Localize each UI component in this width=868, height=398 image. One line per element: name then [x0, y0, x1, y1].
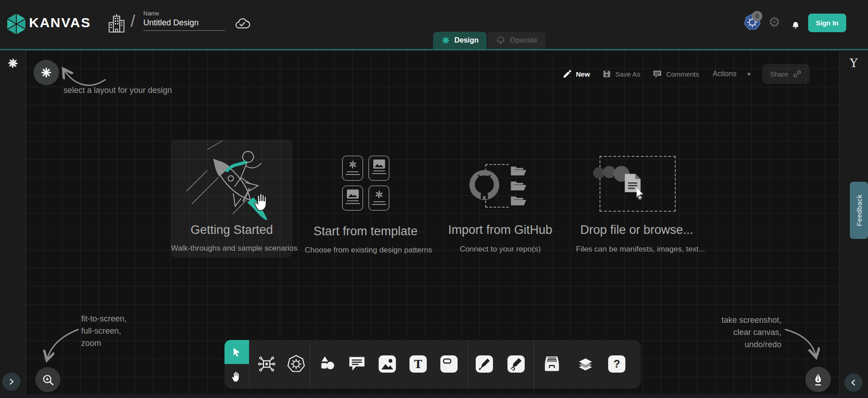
hand-cursor [252, 189, 273, 213]
tool-sticky-note[interactable] [440, 355, 458, 373]
tool-kubernetes[interactable] [286, 354, 306, 376]
collapse-right-panel-button[interactable] [844, 374, 863, 392]
card-start-from-template[interactable] [342, 155, 390, 211]
tab-design[interactable]: Design [433, 32, 487, 49]
design-name-input[interactable] [143, 18, 225, 31]
actions-label: Actions [712, 70, 736, 78]
template-tile-pinwheel [368, 185, 390, 211]
tool-image[interactable] [379, 355, 396, 373]
organization-building-icon[interactable] [107, 13, 126, 34]
kubernetes-helm-icon [286, 354, 306, 374]
template-tile-image [368, 155, 390, 181]
tool-text[interactable]: T [410, 355, 427, 373]
asterisk-flower-icon [40, 67, 52, 78]
feedback-label: Feedback [855, 194, 863, 226]
card-title-getting-started: Getting Started [171, 223, 293, 237]
save-as-button[interactable]: Save As [602, 69, 640, 79]
credits-count-badge: 0 [752, 11, 762, 21]
tool-flow-nodes[interactable] [257, 354, 276, 375]
share-link-icon [793, 69, 802, 78]
expand-left-panel-button[interactable] [2, 373, 20, 391]
left-rail-pinwheel-icon[interactable] [7, 57, 19, 69]
card-title-github: Import from GitHub [439, 223, 561, 237]
select-cursor-icon [230, 346, 243, 359]
card-import-github[interactable] [469, 163, 531, 213]
chevron-right-icon [7, 378, 15, 386]
tool-select[interactable] [224, 340, 249, 364]
mode-tabs: Design Operate [433, 32, 546, 49]
layout-hint-text: select a layout for your design [63, 84, 172, 97]
sticky-note-icon [440, 355, 458, 373]
tool-comment[interactable] [348, 355, 366, 374]
breadcrumb-slash: / [131, 12, 135, 31]
brand-title: KANVAS [29, 15, 91, 30]
hand-tool-icon [230, 369, 243, 383]
tool-help[interactable]: ? [608, 355, 625, 373]
settings-gear-icon[interactable]: ⚙ [768, 15, 780, 29]
design-pinwheel-icon [441, 36, 450, 45]
tools-toolbar: T [224, 340, 641, 388]
layout-picker-button[interactable] [34, 60, 59, 85]
tab-design-label: Design [454, 36, 478, 44]
canvas-actions-toolbar: New Save As Comments Actions ▾ Share [562, 64, 809, 84]
flow-nodes-icon [257, 354, 276, 374]
image-tool-icon [379, 355, 396, 373]
folder-icon [510, 195, 527, 206]
operate-headset-icon [496, 35, 506, 45]
card-subtitle-template: Choose from existing design patterns [305, 246, 426, 255]
actions-dropdown[interactable]: Actions ▾ [712, 70, 751, 78]
pen-nib-icon [812, 372, 824, 387]
card-subtitle-getting-started: Walk-throughs and sample scenarios [171, 244, 293, 253]
cloud-saved-icon [234, 16, 251, 30]
card-drop-file[interactable] [600, 156, 676, 212]
chevron-left-icon [849, 379, 858, 387]
file-plus-cursor-icon [622, 172, 646, 200]
credits-indicator[interactable]: 0 [743, 13, 764, 33]
template-tile-image [342, 185, 363, 211]
floppy-save-icon [602, 69, 612, 79]
image-icon [347, 189, 359, 199]
new-button[interactable]: New [562, 69, 590, 79]
layers-icon [576, 355, 595, 374]
shapes-icon [319, 355, 337, 373]
card-title-drop-file: Drop file or browse... [576, 223, 697, 237]
name-field-label: Name [143, 10, 225, 17]
tab-operate[interactable]: Operate [488, 32, 545, 49]
notifications-bell-icon[interactable] [789, 17, 802, 30]
share-label: Share [770, 70, 788, 78]
yaml-panel-icon[interactable]: Y [850, 56, 858, 70]
sign-in-button[interactable]: Sign In [808, 14, 846, 32]
pen-path-icon [476, 355, 493, 373]
folder-icon [510, 165, 527, 176]
card-getting-started[interactable] [171, 140, 293, 257]
design-name-field: Name [143, 10, 225, 31]
tool-drawer[interactable] [542, 355, 561, 375]
tool-hand[interactable] [224, 364, 249, 388]
comments-icon [652, 69, 663, 79]
comments-label: Comments [666, 70, 699, 78]
tool-shapes[interactable] [319, 355, 337, 375]
zoom-controls-button[interactable] [35, 367, 60, 392]
screenshot-hint-text: take screenshot,clear canvas,undo/redo [694, 314, 781, 351]
zoom-hint-text: fit-to-screen,full-screen,zoom [81, 313, 127, 349]
tab-operate-label: Operate [510, 36, 537, 44]
new-label: New [576, 70, 590, 78]
magnifier-plus-icon [41, 373, 55, 387]
tool-layers[interactable] [576, 355, 595, 375]
screenshot-tools-button[interactable] [805, 367, 831, 392]
tool-pencil-draw[interactable] [507, 355, 525, 373]
pinwheel-icon [374, 189, 384, 199]
help-icon: ? [608, 355, 625, 373]
caret-down-icon: ▾ [747, 70, 751, 78]
comments-button[interactable]: Comments [652, 69, 699, 79]
tool-pen-path[interactable] [476, 355, 493, 373]
drawer-icon [542, 355, 561, 373]
share-button[interactable]: Share [762, 64, 809, 84]
feedback-tab[interactable]: Feedback [850, 182, 868, 239]
pinwheel-icon [348, 160, 358, 170]
folder-icon [510, 180, 527, 191]
github-octocat-icon [469, 170, 499, 200]
kanvas-logo-icon [5, 12, 27, 36]
kanvas-app: KANVAS / Name [0, 0, 868, 398]
bottom-strip [0, 394, 868, 398]
